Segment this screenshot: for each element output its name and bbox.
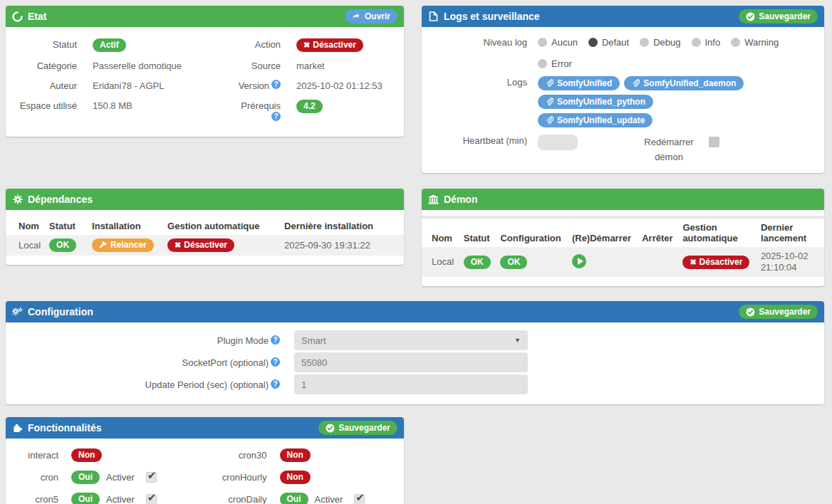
feature-cron-checkbox[interactable]: ✔ <box>146 472 157 483</box>
col-dernier-lancement: Dernier lancement <box>756 217 824 247</box>
col-statut: Statut <box>45 217 88 235</box>
radio-level-warning[interactable]: Warning <box>731 37 779 48</box>
ouvrir-button[interactable]: Ouvrir <box>345 9 397 23</box>
auteur-label: Auteur <box>16 80 77 92</box>
source-label: Source <box>229 60 281 72</box>
col-nom: Nom <box>422 217 459 247</box>
log-pill-somfyunified[interactable]: SomfyUnified <box>538 76 620 90</box>
panel-fonctionnalites: Fonctionnalités Sauvegarder interact Non… <box>6 417 404 504</box>
plugin-config-page: Etat Ouvrir Statut Actif Action ✖ Désact… <box>0 0 832 504</box>
dep-derniere-installation: 2025-09-30 19:31:22 <box>280 235 404 256</box>
paperclip-icon <box>632 79 640 88</box>
check-circle-icon <box>326 424 335 433</box>
panel-configuration-header: Configuration Sauvegarder <box>6 301 824 322</box>
demon-configuration-badge: OK <box>500 256 527 269</box>
help-icon[interactable]: ? <box>271 357 280 367</box>
restart-daemon-label: Redémarrer démon <box>639 135 699 164</box>
desactiver-dependances-button[interactable]: ✖ Désactiver <box>167 238 234 252</box>
log-pill-somfyunified-daemon[interactable]: SomfyUnified_daemon <box>624 76 744 90</box>
log-pill-somfyunified-python[interactable]: SomfyUnified_python <box>538 95 653 109</box>
middle-row: Dépendances Nom Statut Installation Gest… <box>6 189 824 286</box>
panel-etat: Etat Ouvrir Statut Actif Action ✖ Désact… <box>6 6 404 137</box>
version-value: 2025-10-02 01:12:53 <box>296 80 397 92</box>
heartbeat-input[interactable] <box>538 135 578 150</box>
radio-level-aucun[interactable]: Aucun <box>538 37 578 48</box>
logs-label: Logs <box>427 76 527 88</box>
statut-badge: Actif <box>93 38 126 52</box>
prerequis-label: Prérequis ? <box>229 100 281 124</box>
col-derniere-installation: Dernière installation <box>280 217 404 235</box>
radio-icon <box>538 38 547 47</box>
radio-level-defaut[interactable]: Defaut <box>588 37 629 48</box>
col-arreter: Arrêter <box>638 217 678 247</box>
feature-crondaily-state: Oui <box>280 493 308 504</box>
etat-body: Statut Actif Action ✖ Désactiver Catégor… <box>6 27 404 137</box>
panel-fonctionnalites-title: Fonctionnalités <box>28 422 101 434</box>
desactiver-plugin-button[interactable]: ✖ Désactiver <box>296 38 363 52</box>
panel-demon: Démon Nom Statut Configuration (Re)Démar… <box>422 189 824 286</box>
dep-statut-badge: OK <box>49 238 76 252</box>
demon-row-local: Local OK OK ✖ Désactiver 2025-10-02 21:1… <box>422 247 824 277</box>
save-features-label: Sauvegarder <box>338 423 390 433</box>
feature-cron-state: Oui <box>71 471 100 484</box>
relancer-button[interactable]: Relancer <box>92 238 154 252</box>
help-icon[interactable]: ? <box>271 379 280 389</box>
logs-body: Niveau log Aucun Defaut Debug Info Warni… <box>422 27 824 173</box>
log-file-pills: SomfyUnified SomfyUnified_daemon SomfyUn… <box>538 76 752 127</box>
check-icon: ✔ <box>147 469 157 482</box>
categorie-value: Passerelle domotique <box>93 60 214 72</box>
save-logs-button[interactable]: Sauvegarder <box>739 9 818 23</box>
source-value: market <box>296 60 397 72</box>
panel-dependances-title: Dépendances <box>28 194 93 205</box>
feature-cronhourly-label: cronHourly <box>202 471 267 483</box>
feature-cron5-checkbox[interactable]: ✔ <box>146 494 157 504</box>
check-icon: ✔ <box>147 491 157 504</box>
desactiver-demon-button[interactable]: ✖ Désactiver <box>682 256 749 269</box>
feature-cron30-label: cron30 <box>202 449 267 461</box>
save-features-button[interactable]: Sauvegarder <box>318 421 397 435</box>
help-icon[interactable]: ? <box>271 80 281 89</box>
dep-nom: Local <box>6 235 45 256</box>
check-circle-icon <box>746 308 755 317</box>
auteur-value: Eridani78 - AGPL <box>93 80 214 92</box>
radio-icon <box>692 38 701 47</box>
paperclip-icon <box>546 79 553 88</box>
log-pill-somfyunified-update[interactable]: SomfyUnified_update <box>538 113 652 127</box>
help-icon[interactable]: ? <box>271 335 280 345</box>
panel-etat-header: Etat Ouvrir <box>6 6 404 27</box>
panel-logs-header: Logs et surveillance Sauvegarder <box>422 6 824 27</box>
radio-icon <box>538 59 547 68</box>
panel-demon-header: Démon <box>422 189 824 210</box>
version-label: Version? <box>229 80 281 92</box>
radio-level-debug[interactable]: Debug <box>640 37 680 48</box>
check-icon: ✔ <box>355 491 365 504</box>
paperclip-icon <box>546 116 553 125</box>
panel-fonctionnalites-header: Fonctionnalités Sauvegarder <box>6 417 404 439</box>
top-row: Etat Ouvrir Statut Actif Action ✖ Désact… <box>6 6 824 173</box>
plugin-mode-select[interactable]: Smart ▼ <box>294 330 528 350</box>
socketport-input[interactable] <box>294 352 528 372</box>
demon-statut-badge: OK <box>464 256 491 269</box>
restart-daemon-play-button[interactable] <box>572 254 586 268</box>
restart-daemon-checkbox[interactable] <box>709 137 719 147</box>
gear-icon <box>12 194 23 205</box>
radio-level-error[interactable]: Error <box>538 58 572 69</box>
feature-crondaily-checkbox[interactable]: ✔ <box>354 494 365 504</box>
niveau-log-label: Niveau log <box>427 36 527 48</box>
heartbeat-label: Heartbeat (min) <box>427 135 527 147</box>
help-icon[interactable]: ? <box>271 112 281 121</box>
file-icon <box>428 11 439 22</box>
update-period-input[interactable] <box>294 374 528 394</box>
statut-label: Statut <box>16 38 77 51</box>
dependances-header-row: Nom Statut Installation Gestion automati… <box>6 217 404 235</box>
demon-arreter-cell <box>638 247 678 277</box>
dependances-table: Nom Statut Installation Gestion automati… <box>6 217 404 256</box>
save-configuration-button[interactable]: Sauvegarder <box>739 305 818 319</box>
plugin-mode-label: Plugin Mode? <box>6 335 280 346</box>
demon-header-row: Nom Statut Configuration (Re)Démarrer Ar… <box>422 217 824 247</box>
circle-notch-icon <box>12 11 23 22</box>
wrench-icon <box>99 241 108 250</box>
plugin-mode-value: Smart <box>301 335 326 346</box>
col-redemarrer: (Re)Démarrer <box>568 217 638 247</box>
radio-level-info[interactable]: Info <box>692 37 721 48</box>
